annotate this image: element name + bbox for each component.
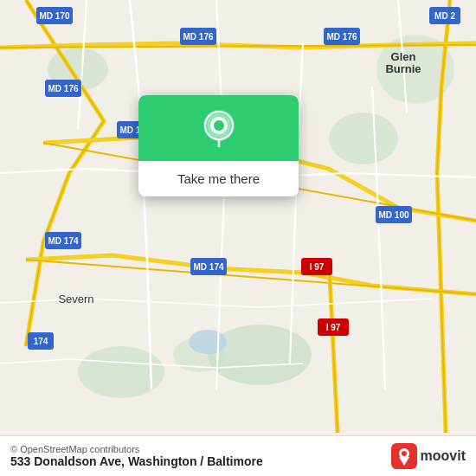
svg-text:MD 176: MD 176 — [48, 84, 78, 93]
moovit-icon — [391, 443, 417, 469]
svg-text:Glen: Glen — [391, 50, 416, 63]
bottom-info: © OpenStreetMap contributors 533 Donalds… — [10, 444, 263, 468]
svg-text:MD 2: MD 2 — [434, 11, 455, 21]
svg-point-1 — [329, 113, 398, 164]
svg-text:Burnie: Burnie — [385, 62, 421, 75]
svg-text:MD 170: MD 170 — [39, 11, 69, 21]
svg-text:MD 176: MD 176 — [183, 32, 213, 42]
osm-credit: © OpenStreetMap contributors — [10, 444, 263, 454]
moovit-text: moovit — [421, 448, 466, 464]
bottom-bar: © OpenStreetMap contributors 533 Donalds… — [0, 435, 476, 476]
map-svg: MD 170 MD 2 MD 176 MD 176 MD 176 MD 100 … — [0, 0, 476, 476]
svg-text:MD 174: MD 174 — [193, 262, 223, 272]
svg-text:Severn: Severn — [58, 293, 93, 306]
svg-text:MD 100: MD 100 — [378, 210, 408, 220]
popup-body: Take me there — [167, 161, 270, 196]
popup-header — [138, 95, 299, 161]
take-me-there-button[interactable]: Take me there — [177, 170, 260, 188]
svg-text:MD 174: MD 174 — [48, 236, 78, 246]
svg-text:174: 174 — [34, 337, 48, 346]
map-container: MD 170 MD 2 MD 176 MD 176 MD 176 MD 100 … — [0, 0, 476, 476]
svg-text:MD 176: MD 176 — [326, 32, 357, 42]
svg-point-37 — [214, 120, 224, 131]
svg-point-6 — [189, 330, 227, 354]
svg-point-43 — [402, 451, 407, 456]
address-text: 533 Donaldson Ave, Washington / Baltimor… — [10, 454, 263, 468]
location-pin-icon — [201, 109, 237, 149]
svg-text:I 97: I 97 — [310, 262, 325, 272]
svg-text:I 97: I 97 — [326, 323, 341, 332]
popup-card: Take me there — [138, 95, 299, 196]
moovit-logo: moovit — [391, 443, 466, 469]
